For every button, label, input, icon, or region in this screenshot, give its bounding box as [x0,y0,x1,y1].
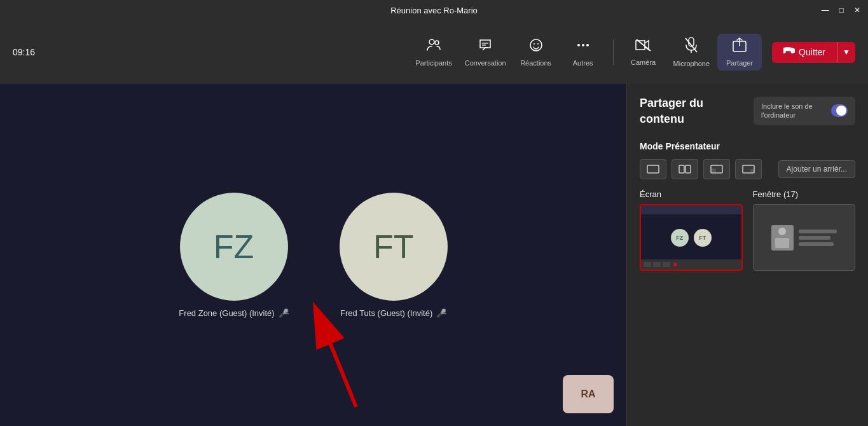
svg-rect-16 [647,165,659,173]
svg-point-9 [586,44,589,46]
conversation-button[interactable]: Conversation [460,34,511,71]
avatar-ft: FT [340,193,448,301]
partager-icon [733,38,747,57]
svg-point-0 [429,39,434,45]
time-display: 09:16 [13,47,35,57]
toolbar-divider [613,39,614,65]
presenter-mode-reporter[interactable] [703,159,730,179]
camera-button[interactable]: Caméra [621,34,666,70]
autres-label: Autres [573,59,593,67]
quit-button[interactable]: Quitter [772,42,837,63]
svg-point-6 [537,43,539,45]
minimize-button[interactable]: — [822,6,829,15]
participant-name-fz: Fred Zone (Guest) (Invité) 🎤̶ [179,308,288,318]
sound-toggle-switch[interactable] [831,104,848,117]
window-share-option[interactable]: Fenêtre (17) [753,189,856,271]
share-panel: Partager du contenu Inclure le son de l'… [626,84,868,426]
toolbar-items: Participants Conversation [410,33,855,71]
mic-muted-icon-fz: 🎤̶ [279,308,289,318]
toolbar: 09:16 Participants [0,20,868,84]
presenter-mode-side-by-side[interactable] [672,159,698,179]
microphone-label: Microphone [673,60,710,67]
screen-mini-meeting: FZ FT [671,229,712,247]
presenter-mode-focus[interactable] [735,159,762,179]
reactions-button[interactable]: Réactions [514,34,558,71]
window-person-placeholder [771,225,794,251]
window-label: Fenêtre (17) [753,189,856,199]
svg-rect-20 [712,168,716,172]
camera-label: Caméra [631,58,656,66]
participants-button[interactable]: Participants [410,34,457,71]
conversation-label: Conversation [465,59,506,67]
autres-button[interactable]: Autres [561,34,605,71]
participant-name-ft: Fred Tuts (Guest) (Invité) 🎤̶ [340,308,446,318]
screen-bottom-bar [641,259,741,270]
maximize-button[interactable]: □ [839,6,844,15]
svg-point-7 [577,44,580,46]
main-content: FZ Fred Zone (Guest) (Invité) 🎤̶ FT Fred… [0,84,868,426]
self-view-avatar: RA [563,375,614,413]
svg-point-1 [435,41,439,45]
svg-rect-17 [679,165,684,173]
microphone-button[interactable]: Microphone [668,33,715,71]
window-title: Réunion avec Ro-Mario [390,6,478,15]
svg-rect-22 [750,169,754,172]
reactions-icon [528,38,544,57]
camera-icon [635,38,652,56]
phone-icon [783,47,795,58]
quit-label: Quitter [799,47,825,57]
partager-label: Partager [726,59,753,67]
panel-title: Partager du [640,97,703,110]
microphone-icon [684,37,698,57]
window-mock-content [771,225,837,251]
meeting-area: FZ Fred Zone (Guest) (Invité) 🎤̶ FT Fred… [0,84,626,426]
avatar-fz: FZ [180,193,288,301]
window-text-lines [799,230,837,246]
screen-label: Écran [640,189,743,199]
autres-icon [575,38,591,57]
presenter-mode-screen-only[interactable] [640,159,666,179]
participant-card-ft: FT Fred Tuts (Guest) (Invité) 🎤̶ [340,193,448,318]
svg-rect-18 [685,165,691,173]
window-thumbnail[interactable] [753,204,856,271]
mic-muted-icon-ft: 🎤̶ [436,308,446,318]
window-controls: — □ ✕ [822,6,860,15]
sound-toggle-box: Inclure le son de l'ordinateur [754,97,855,125]
conversation-icon [478,38,493,57]
participants-label: Participants [415,59,451,67]
add-background-button[interactable]: Ajouter un arrièr... [778,160,855,178]
presenter-modes: Ajouter un arrièr... [640,159,855,179]
partager-button[interactable]: Partager [717,34,762,71]
share-options: Écran FZ FT [640,189,855,271]
reactions-label: Réactions [520,59,551,67]
quit-btn-group: Quitter ▼ [772,42,855,63]
svg-point-5 [534,43,535,45]
panel-subtitle: contenu [640,113,703,126]
title-bar: Réunion avec Ro-Mario — □ ✕ [0,0,868,20]
presenter-mode-title: Mode Présentateur [640,141,855,151]
participants-icon [426,38,441,57]
close-button[interactable]: ✕ [854,6,860,15]
mini-avatar-ft: FT [694,229,712,247]
quit-dropdown-button[interactable]: ▼ [837,42,855,63]
screen-top-bar [641,205,741,214]
participant-card-fz: FZ Fred Zone (Guest) (Invité) 🎤̶ [179,193,288,318]
sound-toggle-label: Inclure le son de l'ordinateur [761,102,826,120]
screen-share-option[interactable]: Écran FZ FT [640,189,743,271]
mini-avatar-fz: FZ [671,229,689,247]
svg-point-8 [582,44,584,46]
screen-thumbnail[interactable]: FZ FT [640,204,743,271]
